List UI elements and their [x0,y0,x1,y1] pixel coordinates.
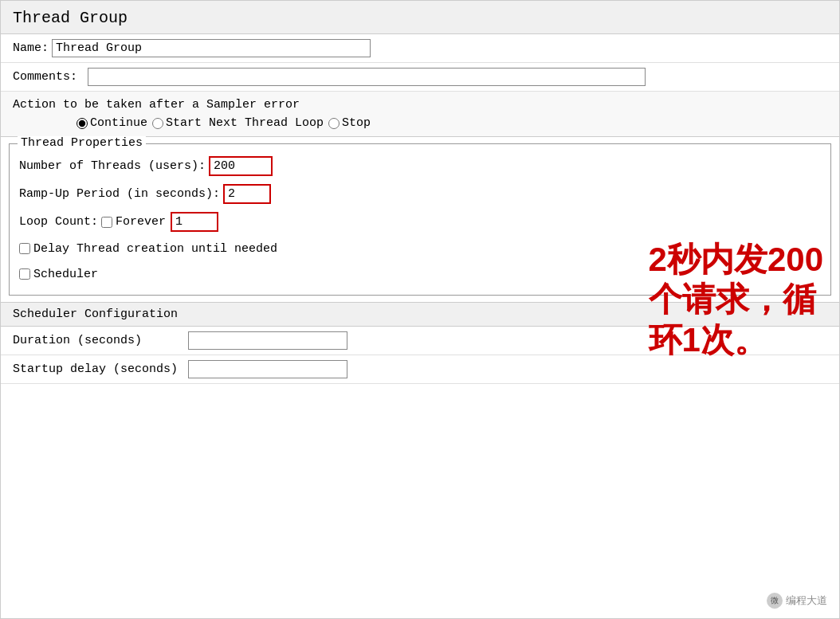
radio-continue-item: Continue [77,116,147,130]
panel-title: Thread Group [1,1,839,34]
loop-count-row: Loop Count: Forever [19,208,821,236]
loop-count-input[interactable] [171,212,218,232]
forever-checkbox-item: Forever [101,215,166,229]
watermark-icon: 微 [767,593,783,609]
forever-label: Forever [116,215,166,229]
ramp-up-row: Ramp-Up Period (in seconds): [19,180,821,208]
scheduler-checkbox[interactable] [19,268,30,280]
scheduler-item: Scheduler [19,268,98,281]
scheduler-label: Scheduler [33,268,98,281]
radio-start-next-item: Start Next Thread Loop [152,116,324,130]
comments-label: Comments: [13,70,77,84]
radio-continue-label: Continue [90,116,147,130]
duration-label: Duration (seconds) [13,334,188,347]
num-threads-label: Number of Threads (users): [19,159,206,173]
startup-delay-label: Startup delay (seconds) [13,362,188,376]
ramp-up-input[interactable] [223,184,271,204]
delay-thread-label: Delay Thread creation until needed [33,242,277,256]
scheduler-config-title: Scheduler Configuration [1,303,839,327]
duration-input[interactable] [188,331,347,350]
scheduler-row: Scheduler [19,261,821,287]
watermark: 微 编程大道 [767,593,827,609]
radio-stop-item: Stop [328,116,371,130]
thread-properties-section: Thread Properties Number of Threads (use… [9,143,831,296]
name-input[interactable] [52,39,371,57]
delay-thread-row: Delay Thread creation until needed [19,236,821,261]
radio-stop-label: Stop [342,116,371,130]
startup-delay-row: Startup delay (seconds) [1,355,839,384]
sampler-error-radio-group: Continue Start Next Thread Loop Stop [13,116,827,130]
radio-continue[interactable] [77,118,88,129]
loop-count-label: Loop Count: [19,215,98,229]
comments-input[interactable] [88,68,646,86]
sampler-error-label: Action to be taken after a Sampler error [13,98,827,112]
main-container: Thread Group Name: Comments: Action to b… [0,0,840,619]
delay-thread-item: Delay Thread creation until needed [19,242,277,256]
watermark-text: 编程大道 [786,594,827,608]
radio-start-next-label: Start Next Thread Loop [166,116,324,130]
radio-stop[interactable] [328,118,340,129]
name-label: Name: [13,41,49,55]
name-row: Name: [1,34,839,63]
comments-row: Comments: [1,63,839,92]
sampler-error-section: Action to be taken after a Sampler error… [1,92,839,137]
forever-checkbox[interactable] [101,217,112,228]
delay-thread-checkbox[interactable] [19,243,30,254]
startup-delay-input[interactable] [188,360,347,378]
duration-row: Duration (seconds) [1,327,839,355]
num-threads-input[interactable] [209,156,273,176]
ramp-up-label: Ramp-Up Period (in seconds): [19,187,220,201]
num-threads-row: Number of Threads (users): [19,152,821,180]
thread-properties-legend: Thread Properties [18,136,146,150]
radio-start-next[interactable] [152,118,163,129]
scheduler-config-section: Scheduler Configuration Duration (second… [1,302,839,384]
